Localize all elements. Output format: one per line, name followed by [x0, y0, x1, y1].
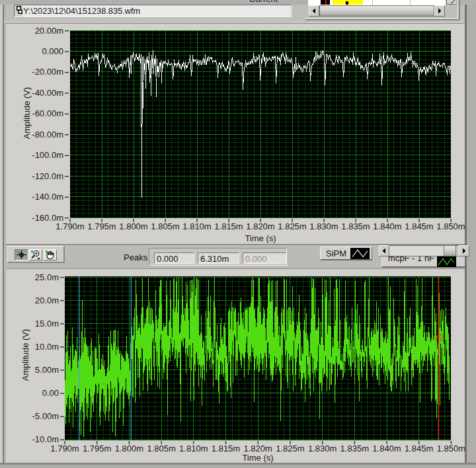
svg-text:1.815m: 1.815m: [214, 221, 243, 231]
svg-text:15.0m: 15.0m: [35, 319, 59, 329]
svg-text:0.00: 0.00: [42, 388, 59, 398]
svg-text:1.840m: 1.840m: [372, 444, 401, 453]
svg-text:1.820m: 1.820m: [246, 221, 274, 231]
svg-text:-60.00m: -60.00m: [32, 108, 63, 118]
svg-text:1.810m: 1.810m: [182, 221, 211, 231]
svg-text:Amplitude (V): Amplitude (V): [20, 329, 30, 381]
svg-text:1.815m: 1.815m: [212, 444, 240, 453]
svg-text:1.825m: 1.825m: [276, 444, 304, 453]
svg-text:1.800m: 1.800m: [119, 221, 147, 231]
svg-text:-100.0m: -100.0m: [32, 150, 63, 160]
svg-text:5.00m: 5.00m: [35, 365, 59, 375]
svg-text:1.795m: 1.795m: [83, 444, 111, 453]
svg-text:1.850m: 1.850m: [436, 221, 465, 231]
svg-text:Time (s): Time (s): [245, 233, 276, 243]
svg-text:1.835m: 1.835m: [341, 221, 370, 231]
svg-text:1.820m: 1.820m: [244, 444, 272, 453]
svg-text:20.0m: 20.0m: [35, 295, 59, 305]
svg-text:1.790m: 1.790m: [50, 444, 79, 453]
svg-text:20.00m: 20.00m: [35, 26, 63, 36]
svg-text:Amplitude (V): Amplitude (V): [22, 87, 32, 139]
svg-text:25.0m: 25.0m: [35, 272, 59, 282]
svg-text:1.830m: 1.830m: [308, 444, 337, 453]
svg-text:-20.00m: -20.00m: [32, 67, 63, 77]
svg-text:-5.00m: -5.00m: [32, 411, 59, 421]
svg-text:-140.0m: -140.0m: [32, 192, 63, 202]
svg-text:1.840m: 1.840m: [373, 221, 401, 231]
svg-text:-40.00m: -40.00m: [32, 88, 63, 98]
svg-text:1.790m: 1.790m: [56, 221, 84, 231]
svg-text:-120.0m: -120.0m: [32, 171, 63, 181]
svg-text:1.845m: 1.845m: [405, 221, 433, 231]
svg-text:1.805m: 1.805m: [151, 221, 179, 231]
svg-text:-10.0m: -10.0m: [32, 434, 59, 444]
svg-text:1.800m: 1.800m: [115, 444, 143, 453]
svg-text:Time (s): Time (s): [242, 453, 273, 463]
svg-text:1.805m: 1.805m: [147, 444, 175, 453]
svg-text:1.810m: 1.810m: [179, 444, 208, 453]
svg-text:1.850m: 1.850m: [437, 444, 465, 453]
svg-text:0.000: 0.000: [42, 46, 63, 56]
svg-text:10.0m: 10.0m: [35, 342, 59, 352]
svg-text:1.795m: 1.795m: [87, 221, 116, 231]
svg-text:-80.00m: -80.00m: [32, 130, 63, 139]
svg-text:1.830m: 1.830m: [309, 221, 338, 231]
svg-text:1.845m: 1.845m: [405, 444, 433, 453]
svg-text:1.825m: 1.825m: [278, 221, 306, 231]
svg-text:1.835m: 1.835m: [340, 444, 369, 453]
